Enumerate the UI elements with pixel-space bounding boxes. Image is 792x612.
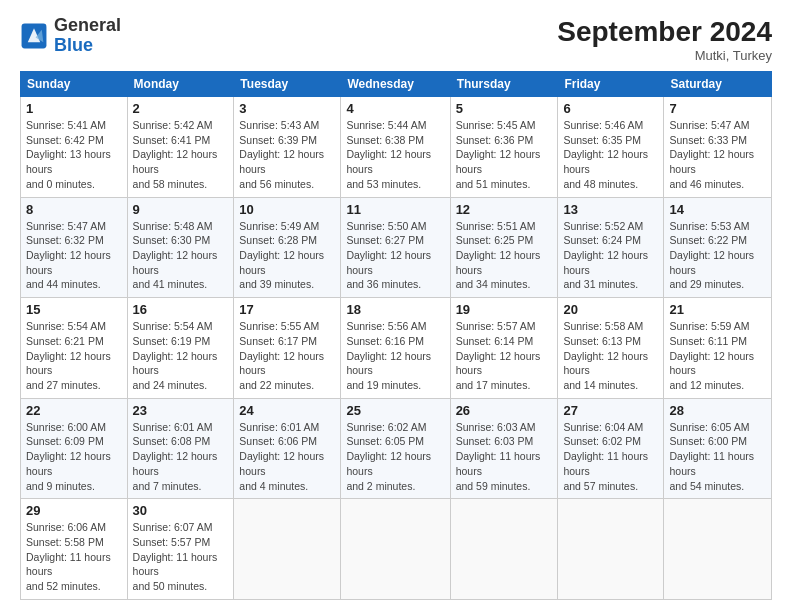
col-saturday: Saturday: [664, 72, 772, 97]
day-number: 17: [239, 302, 335, 317]
table-row: 15Sunrise: 5:54 AMSunset: 6:21 PMDayligh…: [21, 298, 128, 399]
col-monday: Monday: [127, 72, 234, 97]
logo-text: General Blue: [54, 16, 121, 56]
calendar-header-row: Sunday Monday Tuesday Wednesday Thursday…: [21, 72, 772, 97]
day-info: Sunrise: 5:58 AMSunset: 6:13 PMDaylight:…: [563, 319, 658, 392]
table-row: 30Sunrise: 6:07 AMSunset: 5:57 PMDayligh…: [127, 499, 234, 600]
table-row: 12Sunrise: 5:51 AMSunset: 6:25 PMDayligh…: [450, 197, 558, 298]
location: Mutki, Turkey: [557, 48, 772, 63]
table-row: 18Sunrise: 5:56 AMSunset: 6:16 PMDayligh…: [341, 298, 450, 399]
day-info: Sunrise: 5:47 AMSunset: 6:32 PMDaylight:…: [26, 219, 122, 292]
table-row: 21Sunrise: 5:59 AMSunset: 6:11 PMDayligh…: [664, 298, 772, 399]
day-number: 22: [26, 403, 122, 418]
day-number: 20: [563, 302, 658, 317]
day-number: 27: [563, 403, 658, 418]
table-row: 5Sunrise: 5:45 AMSunset: 6:36 PMDaylight…: [450, 97, 558, 198]
day-info: Sunrise: 5:55 AMSunset: 6:17 PMDaylight:…: [239, 319, 335, 392]
day-info: Sunrise: 6:06 AMSunset: 5:58 PMDaylight:…: [26, 520, 122, 593]
table-row: [450, 499, 558, 600]
day-number: 13: [563, 202, 658, 217]
day-number: 24: [239, 403, 335, 418]
day-number: 7: [669, 101, 766, 116]
day-number: 23: [133, 403, 229, 418]
month-title: September 2024: [557, 16, 772, 48]
day-number: 28: [669, 403, 766, 418]
table-row: 20Sunrise: 5:58 AMSunset: 6:13 PMDayligh…: [558, 298, 664, 399]
table-row: 13Sunrise: 5:52 AMSunset: 6:24 PMDayligh…: [558, 197, 664, 298]
day-number: 14: [669, 202, 766, 217]
table-row: 8Sunrise: 5:47 AMSunset: 6:32 PMDaylight…: [21, 197, 128, 298]
day-info: Sunrise: 6:01 AMSunset: 6:08 PMDaylight:…: [133, 420, 229, 493]
day-info: Sunrise: 6:02 AMSunset: 6:05 PMDaylight:…: [346, 420, 444, 493]
day-info: Sunrise: 6:01 AMSunset: 6:06 PMDaylight:…: [239, 420, 335, 493]
day-info: Sunrise: 6:05 AMSunset: 6:00 PMDaylight:…: [669, 420, 766, 493]
table-row: 25Sunrise: 6:02 AMSunset: 6:05 PMDayligh…: [341, 398, 450, 499]
day-info: Sunrise: 5:56 AMSunset: 6:16 PMDaylight:…: [346, 319, 444, 392]
day-number: 29: [26, 503, 122, 518]
day-info: Sunrise: 6:03 AMSunset: 6:03 PMDaylight:…: [456, 420, 553, 493]
day-info: Sunrise: 5:59 AMSunset: 6:11 PMDaylight:…: [669, 319, 766, 392]
day-number: 3: [239, 101, 335, 116]
table-row: 17Sunrise: 5:55 AMSunset: 6:17 PMDayligh…: [234, 298, 341, 399]
col-thursday: Thursday: [450, 72, 558, 97]
day-number: 6: [563, 101, 658, 116]
calendar-week-row: 15Sunrise: 5:54 AMSunset: 6:21 PMDayligh…: [21, 298, 772, 399]
header: General Blue September 2024 Mutki, Turke…: [20, 16, 772, 63]
day-info: Sunrise: 6:04 AMSunset: 6:02 PMDaylight:…: [563, 420, 658, 493]
table-row: 10Sunrise: 5:49 AMSunset: 6:28 PMDayligh…: [234, 197, 341, 298]
title-section: September 2024 Mutki, Turkey: [557, 16, 772, 63]
day-info: Sunrise: 5:53 AMSunset: 6:22 PMDaylight:…: [669, 219, 766, 292]
table-row: 11Sunrise: 5:50 AMSunset: 6:27 PMDayligh…: [341, 197, 450, 298]
day-number: 26: [456, 403, 553, 418]
table-row: 22Sunrise: 6:00 AMSunset: 6:09 PMDayligh…: [21, 398, 128, 499]
day-info: Sunrise: 5:44 AMSunset: 6:38 PMDaylight:…: [346, 118, 444, 191]
day-number: 30: [133, 503, 229, 518]
calendar-week-row: 22Sunrise: 6:00 AMSunset: 6:09 PMDayligh…: [21, 398, 772, 499]
logo-general: General: [54, 15, 121, 35]
calendar-week-row: 1Sunrise: 5:41 AMSunset: 6:42 PMDaylight…: [21, 97, 772, 198]
table-row: 9Sunrise: 5:48 AMSunset: 6:30 PMDaylight…: [127, 197, 234, 298]
day-info: Sunrise: 5:54 AMSunset: 6:19 PMDaylight:…: [133, 319, 229, 392]
table-row: 23Sunrise: 6:01 AMSunset: 6:08 PMDayligh…: [127, 398, 234, 499]
table-row: 29Sunrise: 6:06 AMSunset: 5:58 PMDayligh…: [21, 499, 128, 600]
day-number: 11: [346, 202, 444, 217]
day-info: Sunrise: 5:48 AMSunset: 6:30 PMDaylight:…: [133, 219, 229, 292]
table-row: [341, 499, 450, 600]
day-info: Sunrise: 5:42 AMSunset: 6:41 PMDaylight:…: [133, 118, 229, 191]
day-number: 5: [456, 101, 553, 116]
table-row: 24Sunrise: 6:01 AMSunset: 6:06 PMDayligh…: [234, 398, 341, 499]
table-row: 7Sunrise: 5:47 AMSunset: 6:33 PMDaylight…: [664, 97, 772, 198]
day-info: Sunrise: 5:43 AMSunset: 6:39 PMDaylight:…: [239, 118, 335, 191]
day-info: Sunrise: 5:57 AMSunset: 6:14 PMDaylight:…: [456, 319, 553, 392]
day-info: Sunrise: 5:49 AMSunset: 6:28 PMDaylight:…: [239, 219, 335, 292]
col-tuesday: Tuesday: [234, 72, 341, 97]
day-info: Sunrise: 5:50 AMSunset: 6:27 PMDaylight:…: [346, 219, 444, 292]
table-row: [234, 499, 341, 600]
day-info: Sunrise: 6:00 AMSunset: 6:09 PMDaylight:…: [26, 420, 122, 493]
day-number: 8: [26, 202, 122, 217]
day-number: 19: [456, 302, 553, 317]
day-info: Sunrise: 5:54 AMSunset: 6:21 PMDaylight:…: [26, 319, 122, 392]
table-row: 28Sunrise: 6:05 AMSunset: 6:00 PMDayligh…: [664, 398, 772, 499]
table-row: 16Sunrise: 5:54 AMSunset: 6:19 PMDayligh…: [127, 298, 234, 399]
calendar-table: Sunday Monday Tuesday Wednesday Thursday…: [20, 71, 772, 600]
table-row: 3Sunrise: 5:43 AMSunset: 6:39 PMDaylight…: [234, 97, 341, 198]
day-number: 1: [26, 101, 122, 116]
calendar-week-row: 8Sunrise: 5:47 AMSunset: 6:32 PMDaylight…: [21, 197, 772, 298]
day-info: Sunrise: 5:51 AMSunset: 6:25 PMDaylight:…: [456, 219, 553, 292]
day-number: 21: [669, 302, 766, 317]
day-info: Sunrise: 5:52 AMSunset: 6:24 PMDaylight:…: [563, 219, 658, 292]
table-row: [558, 499, 664, 600]
logo-blue: Blue: [54, 35, 93, 55]
day-number: 16: [133, 302, 229, 317]
table-row: 14Sunrise: 5:53 AMSunset: 6:22 PMDayligh…: [664, 197, 772, 298]
logo-icon: [20, 22, 48, 50]
day-number: 10: [239, 202, 335, 217]
table-row: 1Sunrise: 5:41 AMSunset: 6:42 PMDaylight…: [21, 97, 128, 198]
page: General Blue September 2024 Mutki, Turke…: [0, 0, 792, 612]
logo: General Blue: [20, 16, 121, 56]
col-wednesday: Wednesday: [341, 72, 450, 97]
day-info: Sunrise: 5:46 AMSunset: 6:35 PMDaylight:…: [563, 118, 658, 191]
table-row: 19Sunrise: 5:57 AMSunset: 6:14 PMDayligh…: [450, 298, 558, 399]
table-row: 2Sunrise: 5:42 AMSunset: 6:41 PMDaylight…: [127, 97, 234, 198]
